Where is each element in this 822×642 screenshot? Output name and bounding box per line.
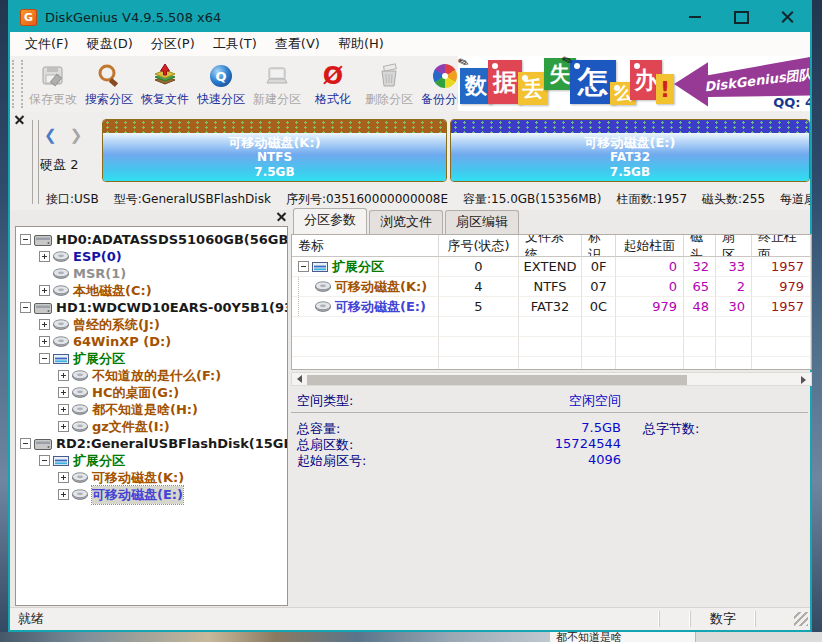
toolbar-button-quick-partition[interactable]: Q快速分区 — [193, 56, 249, 112]
menu-item-5[interactable]: 帮助(H) — [329, 32, 393, 56]
column-header-7[interactable]: 终止柱面 — [752, 235, 811, 257]
disk-index-label: 硬盘 2 — [40, 156, 78, 174]
tree-item-2[interactable]: MSR(1) — [16, 265, 287, 282]
tree-item-3[interactable]: 本地磁盘(C:) — [16, 282, 287, 299]
column-header-1[interactable]: 序号(状态) — [439, 235, 519, 257]
next-disk-arrow-icon[interactable]: ❯ — [70, 126, 87, 144]
menu-item-2[interactable]: 分区(P) — [142, 32, 204, 56]
expand-icon[interactable] — [39, 319, 50, 330]
empty-cell — [292, 317, 439, 337]
menu-item-3[interactable]: 工具(T) — [204, 32, 266, 56]
tree-close-icon[interactable] — [277, 212, 286, 221]
quick-partition-icon: Q — [207, 63, 235, 90]
menu-item-1[interactable]: 硬盘(D) — [78, 32, 142, 56]
collapse-icon[interactable] — [39, 353, 50, 364]
tab-2[interactable]: 扇区编辑 — [445, 210, 519, 234]
expand-icon[interactable] — [58, 404, 69, 415]
toolbar-grip[interactable] — [12, 60, 23, 108]
expand-icon[interactable] — [58, 489, 69, 500]
tree-item-14[interactable]: 可移动磁盘(K:) — [16, 469, 287, 486]
partition-size: 7.5GB — [254, 165, 294, 179]
expand-icon[interactable] — [39, 285, 50, 296]
horizontal-scrollbar[interactable] — [291, 372, 812, 386]
cell-end_cyl: 1957 — [752, 257, 811, 277]
menu-item-4[interactable]: 查看(V) — [266, 32, 329, 56]
close-button[interactable] — [764, 2, 810, 32]
tree-item-8[interactable]: 不知道放的是什么(F:) — [16, 367, 287, 384]
ad-banner[interactable]: 数据丢失怎么办!✎✎ DiskGenius团队 QQ: 4 — [458, 56, 810, 111]
tree-item-4[interactable]: HD1:WDCWD10EARS-00Y5B1(932GB) — [16, 299, 287, 316]
prev-disk-arrow-icon[interactable]: ❮ — [44, 126, 61, 144]
scroll-right-arrow-icon[interactable] — [796, 374, 810, 386]
tree-item-15[interactable]: 可移动磁盘(E:) — [16, 486, 287, 503]
tree-item-9[interactable]: HC的桌面(G:) — [16, 384, 287, 401]
tree-item-7[interactable]: 扩展分区 — [16, 350, 287, 367]
column-header-0[interactable]: 卷标 — [292, 235, 439, 257]
collapse-icon[interactable] — [39, 455, 50, 466]
empty-cell — [292, 337, 439, 357]
scrollbar-thumb[interactable] — [307, 375, 687, 385]
column-header-2[interactable]: 文件系统 — [519, 235, 582, 257]
minimize-button[interactable] — [672, 2, 718, 32]
scroll-left-arrow-icon[interactable] — [292, 373, 306, 385]
column-header-5[interactable]: 磁头 — [684, 235, 716, 257]
tree-item-10[interactable]: 都不知道是啥(H:) — [16, 401, 287, 418]
empty-cell — [716, 317, 752, 337]
expand-icon[interactable] — [58, 370, 69, 381]
detail-value: 15724544 — [441, 436, 621, 451]
toolbar-button-format[interactable]: Ø格式化 — [305, 56, 361, 112]
tree-item-0[interactable]: HD0:ADATASSDS51060GB(56GB) — [16, 231, 287, 248]
volume-label: 扩展分区 — [332, 258, 384, 276]
expand-icon[interactable] — [39, 336, 50, 347]
collapse-icon[interactable] — [298, 261, 309, 272]
toolbar-button-search[interactable]: 搜索分区 — [81, 56, 137, 112]
expand-icon[interactable] — [58, 387, 69, 398]
detail-row-2: 起始扇区号:4096 — [291, 452, 812, 468]
ad-banner-qq-text: QQ: 4 — [773, 95, 810, 110]
panel-splitter[interactable] — [32, 120, 39, 204]
space-type-value: 空闲空间 — [441, 392, 621, 410]
tab-1[interactable]: 浏览文件 — [369, 210, 443, 234]
tree-item-1[interactable]: ESP(0) — [16, 248, 287, 265]
table-row-2[interactable]: 可移动磁盘(E:)5FAT320C97948301957 — [292, 297, 811, 317]
partition-table: 卷标序号(状态)文件系统标识起始柱面磁头扇区终止柱面扩展分区0EXTEND0F0… — [291, 234, 812, 370]
tree-item-13[interactable]: 扩展分区 — [16, 452, 287, 469]
tree-item-5[interactable]: 曾经的系统(J:) — [16, 316, 287, 333]
panel-close-icon[interactable] — [15, 115, 24, 124]
minimize-icon — [689, 16, 701, 18]
tab-0[interactable]: 分区参数 — [293, 208, 367, 234]
collapse-icon[interactable] — [20, 302, 31, 313]
toolbar-button-save: 保存更改 — [25, 56, 81, 112]
partition-block-1[interactable]: 可移动磁盘(E:) FAT32 7.5GB — [450, 119, 810, 182]
table-header-row: 卷标序号(状态)文件系统标识起始柱面磁头扇区终止柱面 — [292, 235, 811, 257]
maximize-button[interactable] — [718, 2, 764, 32]
collapse-icon[interactable] — [20, 438, 31, 449]
table-row-1[interactable]: 可移动磁盘(K:)4NTFS070652979 — [292, 277, 811, 297]
tree-item-label: gz文件盘(I:) — [92, 418, 170, 436]
tree-item-11[interactable]: gz文件盘(I:) — [16, 418, 287, 435]
column-header-4[interactable]: 起始柱面 — [616, 235, 684, 257]
tree-item-12[interactable]: RD2:GeneralUSBFlashDisk(15GB) — [16, 435, 287, 452]
menu-item-0[interactable]: 文件(F) — [16, 32, 78, 56]
drive-icon — [72, 489, 88, 500]
column-header-6[interactable]: 扇区 — [716, 235, 752, 257]
resize-grip[interactable] — [794, 612, 808, 626]
partition-block-0[interactable]: 可移动磁盘(K:) NTFS 7.5GB — [102, 119, 447, 182]
empty-cell — [684, 317, 716, 337]
column-header-3[interactable]: 标识 — [582, 235, 616, 257]
disk-info-segment-6: 每道扇区数:63 — [780, 191, 810, 208]
drive-icon — [53, 251, 69, 262]
expand-icon[interactable] — [39, 251, 50, 262]
table-row-0[interactable]: 扩展分区0EXTEND0F032331957 — [292, 257, 811, 277]
empty-cell — [684, 357, 716, 370]
toolbar-button-label: 格式化 — [315, 91, 351, 108]
tree-item-label: 不知道放的是什么(F:) — [92, 367, 221, 385]
collapse-icon[interactable] — [20, 234, 31, 245]
tree-item-6[interactable]: 64WinXP (D:) — [16, 333, 287, 350]
expand-icon[interactable] — [58, 421, 69, 432]
close-icon — [781, 11, 794, 24]
expand-icon[interactable] — [58, 472, 69, 483]
toolbar-button-recover[interactable]: 恢复文件 — [137, 56, 193, 112]
hard-disk-icon — [34, 437, 52, 451]
detail-row-1: 总扇区数:15724544 — [291, 436, 812, 452]
